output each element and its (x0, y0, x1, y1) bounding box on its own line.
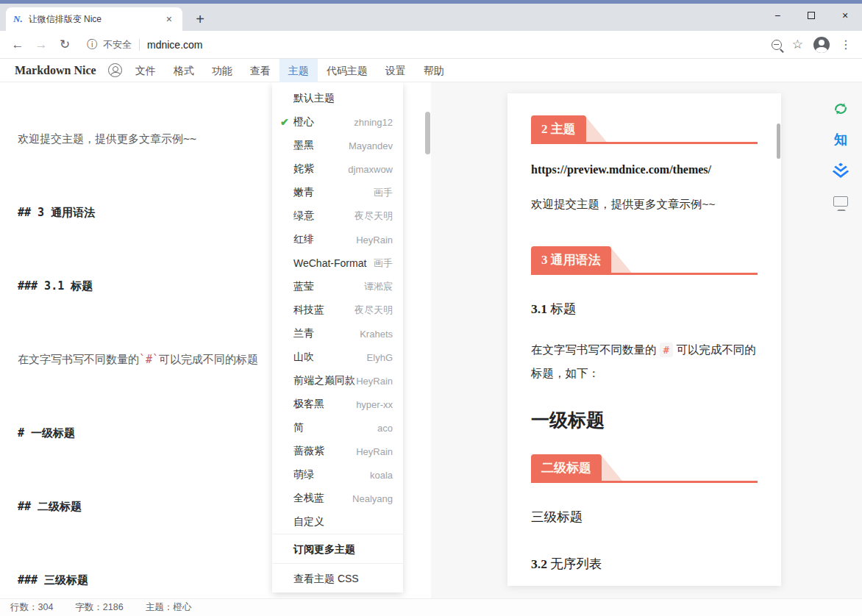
preview-scrollbar[interactable] (777, 123, 780, 159)
addressbar-actions: ☆ ⋮ (772, 37, 862, 53)
menu-code-theme[interactable]: 代码主题 (318, 59, 377, 82)
h2-fold-decoration (586, 117, 607, 142)
browser-window: N. 让微信排版变 Nice × + − × ← → ↻ ⓘ 不安全 mdnic… (0, 0, 862, 616)
theme-item[interactable]: 山吹 ElyhG (272, 345, 403, 369)
wechat-copy-icon[interactable] (832, 100, 849, 118)
preview-h2-section: 3 通用语法 (531, 246, 758, 275)
theme-item[interactable]: 绿意 夜尽天明 (272, 204, 403, 228)
share-sidebar: 知 (832, 100, 849, 210)
h2-fold-decoration (611, 248, 632, 273)
check-icon: ✔ (280, 116, 293, 128)
inline-code: `#` (139, 353, 159, 366)
profile-avatar[interactable] (813, 37, 830, 53)
close-window-button[interactable]: × (828, 4, 862, 27)
preview-h2-section: 2 主题 (531, 115, 758, 144)
bookmark-star-icon[interactable]: ☆ (792, 37, 803, 52)
preview-h3: 3.2 无序列表 (531, 555, 758, 573)
refresh-icon[interactable]: ↻ (53, 37, 76, 52)
app-brand: Markdown Nice (15, 64, 96, 77)
minimize-button[interactable]: − (761, 4, 794, 27)
tab-strip: N. 让微信排版变 Nice × + − × (0, 4, 862, 31)
juejin-icon[interactable] (832, 162, 849, 179)
menu-settings[interactable]: 设置 (377, 59, 415, 82)
address-bar: ← → ↻ ⓘ 不安全 mdnice.com ☆ ⋮ (0, 31, 862, 59)
status-bar: 行数：304 字数：2186 主题：橙心 (0, 598, 862, 616)
theme-dropdown-menu: 默认主题 ✔ 橙心 zhning12 墨黑 Mayandev 姹紫 djmaxw… (272, 82, 403, 592)
subscribe-more-themes[interactable]: 订阅更多主题 (272, 534, 403, 563)
current-theme: 主题：橙心 (146, 601, 192, 614)
theme-item[interactable]: 萌绿 koala (272, 463, 403, 487)
main-area: 欢迎提交主题，提供更多文章示例~~ ## 3 通用语法 ### 3.1 标题 在… (0, 82, 862, 598)
zoom-out-icon[interactable] (772, 40, 782, 50)
url-text[interactable]: mdnice.com (147, 39, 202, 51)
h2-badge: 3 通用语法 (531, 246, 611, 273)
menu-format[interactable]: 格式 (165, 59, 203, 82)
site-info-icon[interactable]: ⓘ (87, 38, 97, 51)
zhihu-icon[interactable]: 知 (832, 131, 849, 148)
url-divider (139, 39, 140, 51)
theme-item[interactable]: 科技蓝 夜尽天明 (272, 298, 403, 322)
theme-item-chengxin[interactable]: ✔ 橙心 zhning12 (272, 110, 403, 134)
h2-badge: 二级标题 (531, 454, 602, 481)
maximize-button[interactable] (794, 4, 828, 27)
preview-h3: 三级标题 (531, 508, 758, 526)
theme-item[interactable]: 全栈蓝 Nealyang (272, 487, 403, 510)
theme-item[interactable]: 蓝莹 谭淞宸 (272, 275, 403, 298)
back-icon[interactable]: ← (6, 37, 29, 52)
window-controls: − × (761, 4, 862, 30)
maximize-icon (808, 12, 815, 19)
preview-pane: 2 主题 https://preview.mdnice.com/themes/ … (507, 93, 781, 586)
tab-title: 让微信排版变 Nice (29, 13, 163, 26)
preview-paragraph: 欢迎提交主题，提供更多文章示例~~ (531, 193, 758, 216)
preview-h3: 3.1 标题 (531, 300, 758, 318)
tab-close-icon[interactable]: × (163, 13, 175, 25)
line-count: 行数：304 (10, 601, 53, 614)
word-count: 字数：2186 (75, 601, 123, 614)
menu-function[interactable]: 功能 (203, 59, 241, 82)
h2-badge: 2 主题 (531, 115, 586, 142)
browser-menu-icon[interactable]: ⋮ (840, 37, 852, 51)
theme-item[interactable]: 墨黑 Mayandev (272, 134, 403, 157)
preview-link[interactable]: https://preview.mdnice.com/themes/ (531, 163, 758, 176)
preview-mode-monitor-icon[interactable] (832, 193, 849, 210)
theme-item[interactable]: 蔷薇紫 HeyRain (272, 440, 403, 463)
preview-h2-section: 二级标题 (531, 454, 758, 483)
user-account-icon[interactable] (108, 63, 122, 77)
browser-tab[interactable]: N. 让微信排版变 Nice × (6, 7, 182, 31)
theme-item[interactable]: 红绯 HeyRain (272, 228, 403, 251)
theme-item[interactable]: 前端之巅同款 HeyRain (272, 369, 403, 393)
mdnice-favicon: N. (13, 13, 23, 25)
theme-item-default[interactable]: 默认主题 (272, 87, 403, 110)
menu-view[interactable]: 查看 (241, 59, 279, 82)
h2-fold-decoration (602, 456, 622, 481)
view-theme-css[interactable]: 查看主题 CSS (272, 563, 403, 592)
forward-icon[interactable]: → (29, 37, 53, 52)
theme-item[interactable]: WeChat-Format 画手 (272, 251, 403, 275)
preview-h1: 一级标题 (531, 408, 758, 432)
theme-item[interactable]: 姹紫 djmaxwow (272, 157, 403, 181)
app-menubar: Markdown Nice 文件 格式 功能 查看 主题 代码主题 设置 帮助 (0, 59, 862, 82)
preview-paragraph: 在文字写书写不同数量的 # 可以完成不同的标题，如下： (531, 338, 758, 385)
menu-theme[interactable]: 主题 (279, 59, 318, 82)
editor-scrollbar[interactable] (425, 112, 430, 154)
theme-item[interactable]: 极客黑 hyper-xx (272, 393, 403, 416)
theme-item-custom[interactable]: 自定义 (272, 510, 403, 534)
menu-items: 文件 格式 功能 查看 主题 代码主题 设置 帮助 (127, 59, 453, 82)
theme-item[interactable]: 兰青 Krahets (272, 322, 403, 345)
security-label: 不安全 (103, 38, 132, 51)
menu-file[interactable]: 文件 (127, 59, 165, 82)
inline-code: # (660, 343, 673, 357)
menu-help[interactable]: 帮助 (415, 59, 453, 82)
theme-item[interactable]: 嫩青 画手 (272, 181, 403, 204)
new-tab-button[interactable]: + (191, 11, 209, 28)
theme-item[interactable]: 简 aco (272, 416, 403, 440)
